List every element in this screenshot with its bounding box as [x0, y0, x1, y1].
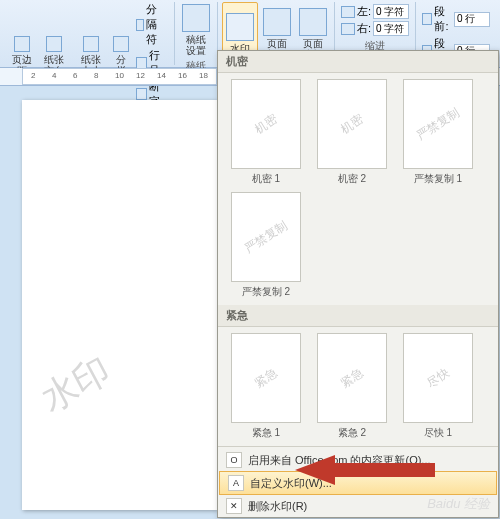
- spacing-before-row: 段前:: [422, 4, 490, 34]
- manuscript-icon: [182, 4, 210, 32]
- ruler-scale: 24681012141618: [22, 68, 217, 85]
- indent-left-icon: [341, 6, 355, 18]
- watermark-thumb[interactable]: 机密机密 1: [226, 79, 306, 186]
- watermark-thumb[interactable]: 紧急紧急 2: [312, 333, 392, 440]
- thumb-label: 严禁复制 1: [414, 172, 462, 186]
- thumb-label: 严禁复制 2: [242, 285, 290, 299]
- hyphenation-icon: [136, 88, 147, 100]
- orientation-button[interactable]: 纸张方向: [37, 2, 71, 109]
- watermark-thumb[interactable]: 严禁复制严禁复制 1: [398, 79, 478, 186]
- spacing-before-icon: [422, 13, 432, 25]
- indent-left-row: 左:: [341, 4, 409, 19]
- group-manuscript: 稿纸 设置 稿纸: [175, 2, 218, 65]
- breaks-button[interactable]: 分隔符: [134, 2, 170, 47]
- breaks-icon: [136, 19, 145, 31]
- menu-remove-watermark[interactable]: ✕删除水印(R): [218, 495, 498, 517]
- dropdown-section-confidential: 机密: [218, 51, 498, 73]
- columns-button[interactable]: 分栏: [110, 2, 132, 109]
- custom-watermark-icon: A: [228, 475, 244, 491]
- page-color-icon: [263, 8, 291, 36]
- document-page[interactable]: [22, 100, 217, 510]
- margins-button[interactable]: 页边距: [8, 2, 35, 109]
- menu-custom-watermark[interactable]: A自定义水印(W)...: [219, 471, 497, 495]
- spacing-before-label: 段前:: [434, 4, 452, 34]
- manuscript-button[interactable]: 稿纸 设置: [179, 2, 213, 58]
- page-border-icon: [299, 8, 327, 36]
- dropdown-menu: O启用来自 Office.com 的内容更新(O)... A自定义水印(W)..…: [218, 446, 498, 519]
- orientation-icon: [46, 36, 62, 52]
- columns-icon: [113, 36, 129, 52]
- indent-right-row: 右:: [341, 21, 409, 36]
- indent-right-label: 右:: [357, 21, 371, 36]
- thumb-label: 机密 1: [252, 172, 280, 186]
- watermark-thumb[interactable]: 机密机密 2: [312, 79, 392, 186]
- margins-icon: [14, 36, 30, 52]
- thumb-label: 紧急 2: [338, 426, 366, 440]
- thumb-label: 紧急 1: [252, 426, 280, 440]
- watermark-thumb[interactable]: 紧急紧急 1: [226, 333, 306, 440]
- gallery-urgent: 紧急紧急 1紧急紧急 2尽快尽快 1: [218, 327, 498, 446]
- group-page-setup: 页边距 纸张方向 纸张大小 分栏 分隔符 行号 断字 页面设置: [4, 2, 175, 65]
- thumb-label: 尽快 1: [424, 426, 452, 440]
- watermark-thumb[interactable]: 尽快尽快 1: [398, 333, 478, 440]
- size-icon: [83, 36, 99, 52]
- office-icon: O: [226, 452, 242, 468]
- thumb-label: 机密 2: [338, 172, 366, 186]
- watermark-thumb[interactable]: 严禁复制严禁复制 2: [226, 192, 306, 299]
- remove-watermark-icon: ✕: [226, 498, 242, 514]
- dropdown-section-urgent: 紧急: [218, 305, 498, 327]
- indent-right-icon: [341, 23, 355, 35]
- page-setup-small: 分隔符 行号 断字: [134, 2, 170, 109]
- indent-left-input[interactable]: [373, 4, 409, 19]
- size-button[interactable]: 纸张大小: [74, 2, 108, 109]
- indent-right-input[interactable]: [373, 21, 409, 36]
- gallery-confidential: 机密机密 1机密机密 2严禁复制严禁复制 1严禁复制严禁复制 2: [218, 73, 498, 305]
- watermark-icon: [226, 13, 254, 41]
- indent-left-label: 左:: [357, 4, 371, 19]
- menu-office-update[interactable]: O启用来自 Office.com 的内容更新(O)...: [218, 449, 498, 471]
- spacing-before-input[interactable]: [454, 12, 490, 27]
- watermark-dropdown: 机密 机密机密 1机密机密 2严禁复制严禁复制 1严禁复制严禁复制 2 紧急 紧…: [217, 50, 499, 518]
